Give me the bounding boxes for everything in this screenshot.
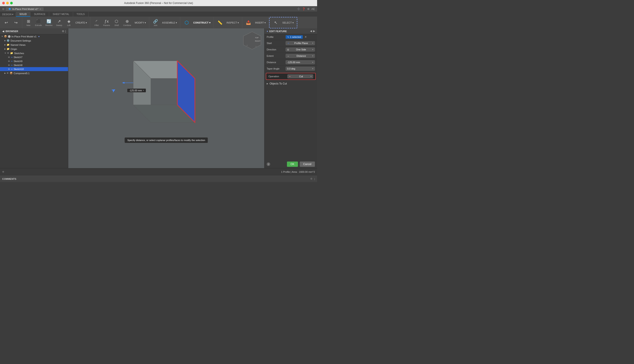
profile-selected-chip[interactable]: ↖ 1 selected [286,35,303,39]
help-button[interactable]: ❓ [302,8,305,10]
statusbar-icon: ⊕ [2,170,4,173]
component5-icon: 📦 [10,72,13,74]
file-tab-close[interactable]: × [40,8,41,10]
tree-item-origin[interactable]: ▶ 📁 Origin [0,47,68,51]
file-tab-row: ⊞ 🔷 In-Place Print Model v1* × ➕ ❓ ⚙ AE [0,6,317,12]
viewport[interactable]: TOP RIGHT Z X [68,28,264,168]
settings-icon[interactable]: ⚙ [307,8,310,10]
close-button[interactable] [2,2,5,4]
measure-button[interactable]: 📏 [216,19,224,26]
create-component-button[interactable]: ⊞ New [24,18,33,27]
tree-arrow-root: ▼ [1,36,3,38]
assemble-label[interactable]: ASSEMBLE ▾ [161,20,178,25]
edit-feature-panel: ● EDIT FEATURE ◀ ▶ Profile ↖ 1 selected … [264,28,317,168]
loft-button[interactable]: ◈ Loft [65,18,73,27]
nav-cube[interactable]: TOP RIGHT Z X [242,30,262,50]
sketches-icon: 📁 [10,52,13,54]
objects-to-cut-row[interactable]: ▶ Objects To Cut [264,81,317,86]
revolve-button[interactable]: 🔄 Revolve [44,18,54,27]
profile-clear-button[interactable]: ✕ [305,36,307,38]
select-label[interactable]: SELECT ▾ [281,20,295,25]
direction-value: ⊡ One Side ▾ [286,48,315,52]
sketches-visibility-icon[interactable]: 👁 [7,52,9,54]
sketch10-visibility-icon[interactable]: 👁 [8,68,10,70]
operation-value: ✂ Cut ▾ [287,74,313,78]
insert-section: 📥 INSERT ▾ [242,17,269,28]
info-button[interactable]: i [267,162,270,166]
tree-item-sketch9[interactable]: 👁 ✏ Sketch9 [0,59,68,63]
distance-select[interactable]: -125.00 mm ▾ [286,60,315,64]
add-tab-button[interactable]: ➕ [297,8,300,10]
grid-icon[interactable]: ⊞ [2,8,5,10]
panel-collapse-left[interactable]: ◀ [310,30,312,32]
dimension-dropdown-icon[interactable]: ▾ [143,89,144,92]
operation-select[interactable]: ✂ Cut ▾ [287,74,313,78]
tree-item-sketch8[interactable]: 👁 ✏ Sketch8 [0,63,68,67]
dimension-tag[interactable]: -125.00 mm ▾ [127,88,146,92]
insert-button[interactable]: 📥 [244,19,253,26]
sidebar: ◀ BROWSER ⚙ | ▼ 📦 👁 In-Place Print Model… [0,28,68,168]
extent-select[interactable]: ↔ Distance ▾ [286,54,315,58]
extent-dropdown-chevron: ▾ [312,55,313,57]
tree-item-sketches[interactable]: ▼ 👁 📁 Sketches [0,51,68,55]
panel-expand-right[interactable]: ▶ [313,30,315,32]
construct-label[interactable]: CONSTRUCT ▾ [192,20,212,25]
cursor-icon: ↖ [287,36,289,38]
extrude-button[interactable]: ⬛ Extrude [34,18,43,27]
modify-label[interactable]: MODIFY ▾ [133,20,147,25]
sidebar-expand-icon[interactable]: | [65,30,66,33]
create-label[interactable]: CREATE ▾ [74,20,89,25]
comments-settings-icon[interactable]: ⚙ [310,178,312,180]
start-select[interactable]: ⊣ Profile Plane ▾ [286,41,315,45]
tree-item-sketch10[interactable]: 👁 ✏ Sketch10 [0,67,68,71]
maximize-button[interactable] [10,2,13,4]
ok-button[interactable]: OK [287,162,298,167]
tree-arrow-origin: ▶ [5,48,6,50]
select-button[interactable]: ↖ [271,19,280,26]
tree-item-named-views[interactable]: ▶ 📁 Named Views [0,43,68,47]
fillet-button[interactable]: ◜ Fillet [92,18,101,27]
minimize-button[interactable] [6,2,9,4]
comments-expand-icon[interactable]: | [314,178,315,180]
tree-item-root[interactable]: ▼ 📦 👁 In-Place Print Model v1 ● [0,34,68,38]
file-tab[interactable]: 🔷 In-Place Print Model v1* × [6,7,44,11]
profile-row: Profile ↖ 1 selected ✕ [264,34,317,40]
start-row: Start ⊣ Profile Plane ▾ [264,40,317,46]
active-indicator: ● [38,35,40,38]
sidebar-collapse-icon[interactable]: ◀ [2,30,4,33]
inspect-label[interactable]: INSPECT ▾ [225,20,241,25]
sidebar-settings-icon[interactable]: ⚙ [62,30,64,33]
undo-button[interactable]: ↩ [2,19,11,26]
construct-plane-button[interactable]: ⬡ [182,19,191,26]
redo-button[interactable]: ↪ [12,19,20,26]
sketch7-visibility-icon[interactable]: 👁 [8,56,10,58]
visibility-icon-root[interactable]: 👁 [8,35,11,38]
sweep-button[interactable]: ↗ Sweep [55,18,64,27]
tab-tools[interactable]: TOOLS [73,12,89,17]
insert-label[interactable]: INSERT ▾ [254,20,267,25]
tab-sheet-metal[interactable]: SHEET METAL [49,12,73,17]
cancel-button[interactable]: Cancel [300,162,315,167]
tree-item-doc-settings[interactable]: ▶ ⚙️ Document Settings [0,38,68,43]
direction-select[interactable]: ⊡ One Side ▾ [286,48,315,52]
combine-button[interactable]: ⊕ Combine [122,18,132,27]
create-section: ⊞ New ⬛ Extrude 🔄 Revolve ↗ Sweep ◈ Loft… [22,17,90,28]
user-icon[interactable]: AE [311,8,315,10]
sketch8-visibility-icon[interactable]: 👁 [8,64,10,66]
sketch9-visibility-icon[interactable]: 👁 [8,60,10,62]
shell-button[interactable]: ⬡ Shell [112,18,121,27]
design-dropdown[interactable]: DESIGN ▾ [0,12,16,17]
tree-label-origin: Origin [11,48,17,50]
component5-visibility-icon[interactable]: 👁 [7,72,9,74]
tab-surface[interactable]: SURFACE [31,12,49,17]
tab-solid[interactable]: SOLID [16,12,31,17]
assemble-button[interactable]: 🔗 Join [151,18,160,27]
direction-row: Direction ⊡ One Side ▾ [264,46,317,53]
sketch10-icon: ✏ [11,68,13,70]
formula-button[interactable]: ƒx Params [102,18,111,27]
taper-angle-select[interactable]: 0.0 deg ▾ [286,67,315,71]
sidebar-header: ◀ BROWSER ⚙ | [0,28,68,34]
tree-item-sketch7[interactable]: 👁 ✏ Sketch7 [0,55,68,59]
tree-item-component5[interactable]: ▶ 👁 📦 Component5:1 [0,71,68,75]
distance-value: -125.00 mm ▾ [286,60,315,64]
